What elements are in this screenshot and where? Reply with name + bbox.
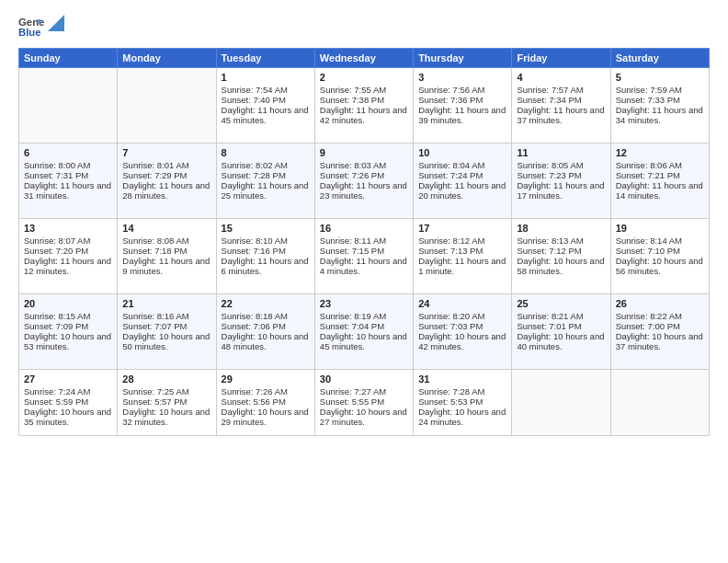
- calendar-cell: 28Sunrise: 7:25 AMSunset: 5:57 PMDayligh…: [118, 370, 216, 436]
- day-number: 19: [616, 223, 704, 234]
- weekday-header-row: SundayMondayTuesdayWednesdayThursdayFrid…: [19, 49, 710, 68]
- daylight-text: Daylight: 10 hours and 27 minutes.: [320, 407, 408, 427]
- calendar-cell: 30Sunrise: 7:27 AMSunset: 5:55 PMDayligh…: [314, 370, 413, 436]
- calendar-cell: [610, 370, 709, 436]
- sunrise-text: Sunrise: 7:54 AM: [222, 85, 310, 95]
- sunrise-text: Sunrise: 8:14 AM: [616, 236, 704, 246]
- calendar-cell: 19Sunrise: 8:14 AMSunset: 7:10 PMDayligh…: [610, 219, 709, 294]
- daylight-text: Daylight: 11 hours and 23 minutes.: [320, 180, 408, 201]
- calendar-cell: 9Sunrise: 8:03 AMSunset: 7:26 PMDaylight…: [314, 144, 413, 219]
- day-number: 21: [122, 298, 210, 309]
- calendar-cell: 16Sunrise: 8:11 AMSunset: 7:15 PMDayligh…: [314, 219, 413, 294]
- daylight-text: Daylight: 11 hours and 4 minutes.: [320, 256, 408, 276]
- sunset-text: Sunset: 5:55 PM: [320, 396, 408, 407]
- sunrise-text: Sunrise: 8:10 AM: [222, 236, 310, 246]
- day-number: 3: [418, 72, 506, 83]
- sunrise-text: Sunrise: 7:55 AM: [320, 85, 408, 95]
- day-number: 10: [418, 147, 506, 158]
- sunset-text: Sunset: 7:33 PM: [616, 95, 704, 105]
- calendar-cell: 20Sunrise: 8:15 AMSunset: 7:09 PMDayligh…: [19, 294, 118, 370]
- sunrise-text: Sunrise: 7:25 AM: [122, 386, 210, 396]
- daylight-text: Daylight: 11 hours and 17 minutes.: [517, 180, 605, 201]
- calendar-week-3: 13Sunrise: 8:07 AMSunset: 7:20 PMDayligh…: [19, 219, 710, 294]
- sunrise-text: Sunrise: 8:11 AM: [320, 236, 408, 246]
- daylight-text: Daylight: 11 hours and 6 minutes.: [222, 256, 310, 276]
- calendar-cell: 12Sunrise: 8:06 AMSunset: 7:21 PMDayligh…: [610, 144, 709, 219]
- header: General Blue: [18, 15, 710, 40]
- day-number: 31: [418, 373, 506, 385]
- sunrise-text: Sunrise: 8:08 AM: [122, 236, 210, 246]
- day-number: 26: [616, 298, 704, 309]
- sunrise-text: Sunrise: 8:16 AM: [122, 311, 210, 321]
- sunset-text: Sunset: 7:18 PM: [122, 246, 210, 256]
- sunrise-text: Sunrise: 8:03 AM: [320, 160, 408, 170]
- calendar-cell: 17Sunrise: 8:12 AMSunset: 7:13 PMDayligh…: [414, 219, 512, 294]
- sunset-text: Sunset: 7:01 PM: [517, 321, 605, 331]
- sunrise-text: Sunrise: 8:12 AM: [418, 236, 506, 246]
- sunset-text: Sunset: 7:20 PM: [24, 246, 112, 256]
- day-number: 2: [320, 72, 408, 83]
- daylight-text: Daylight: 11 hours and 39 minutes.: [418, 105, 506, 125]
- daylight-text: Daylight: 11 hours and 34 minutes.: [616, 105, 704, 125]
- calendar-cell: 5Sunrise: 7:59 AMSunset: 7:33 PMDaylight…: [610, 68, 709, 144]
- day-number: 24: [418, 298, 506, 309]
- sunset-text: Sunset: 7:06 PM: [222, 321, 310, 331]
- day-number: 22: [222, 298, 310, 309]
- sunrise-text: Sunrise: 8:06 AM: [616, 160, 704, 170]
- sunset-text: Sunset: 7:36 PM: [418, 95, 506, 105]
- calendar-cell: 4Sunrise: 7:57 AMSunset: 7:34 PMDaylight…: [512, 68, 610, 144]
- calendar-week-1: 1Sunrise: 7:54 AMSunset: 7:40 PMDaylight…: [19, 68, 710, 144]
- day-number: 9: [320, 147, 408, 158]
- weekday-header-sunday: Sunday: [19, 49, 118, 68]
- sunset-text: Sunset: 7:16 PM: [222, 246, 310, 256]
- calendar-cell: 8Sunrise: 8:02 AMSunset: 7:28 PMDaylight…: [216, 144, 314, 219]
- day-number: 29: [222, 373, 310, 385]
- daylight-text: Daylight: 11 hours and 20 minutes.: [418, 180, 506, 201]
- calendar-cell: 7Sunrise: 8:01 AMSunset: 7:29 PMDaylight…: [118, 144, 216, 219]
- daylight-text: Daylight: 10 hours and 56 minutes.: [616, 256, 704, 276]
- calendar-cell: 6Sunrise: 8:00 AMSunset: 7:31 PMDaylight…: [19, 144, 118, 219]
- day-number: 20: [24, 298, 112, 309]
- sunrise-text: Sunrise: 7:27 AM: [320, 386, 408, 396]
- day-number: 25: [517, 298, 605, 309]
- logo-triangle-icon: [48, 15, 64, 31]
- sunrise-text: Sunrise: 8:13 AM: [517, 236, 605, 246]
- sunset-text: Sunset: 7:24 PM: [418, 170, 506, 180]
- sunset-text: Sunset: 7:28 PM: [222, 170, 310, 180]
- sunset-text: Sunset: 7:23 PM: [517, 170, 605, 180]
- day-number: 28: [122, 373, 210, 385]
- sunrise-text: Sunrise: 8:20 AM: [418, 311, 506, 321]
- weekday-header-monday: Monday: [118, 49, 216, 68]
- sunset-text: Sunset: 7:40 PM: [222, 95, 310, 105]
- sunset-text: Sunset: 5:57 PM: [122, 396, 210, 407]
- daylight-text: Daylight: 10 hours and 50 minutes.: [122, 331, 210, 351]
- daylight-text: Daylight: 10 hours and 37 minutes.: [616, 331, 704, 351]
- sunset-text: Sunset: 7:04 PM: [320, 321, 408, 331]
- calendar-cell: 2Sunrise: 7:55 AMSunset: 7:38 PMDaylight…: [314, 68, 413, 144]
- daylight-text: Daylight: 11 hours and 25 minutes.: [222, 180, 310, 201]
- calendar-cell: 27Sunrise: 7:24 AMSunset: 5:59 PMDayligh…: [19, 370, 118, 436]
- day-number: 23: [320, 298, 408, 309]
- day-number: 14: [122, 223, 210, 234]
- sunset-text: Sunset: 5:59 PM: [24, 396, 112, 407]
- calendar-cell: 23Sunrise: 8:19 AMSunset: 7:04 PMDayligh…: [314, 294, 413, 370]
- daylight-text: Daylight: 10 hours and 24 minutes.: [418, 407, 506, 427]
- sunrise-text: Sunrise: 8:04 AM: [418, 160, 506, 170]
- sunrise-text: Sunrise: 7:56 AM: [418, 85, 506, 95]
- sunset-text: Sunset: 7:10 PM: [616, 246, 704, 256]
- daylight-text: Daylight: 10 hours and 29 minutes.: [222, 407, 310, 427]
- sunrise-text: Sunrise: 8:15 AM: [24, 311, 112, 321]
- sunrise-text: Sunrise: 8:18 AM: [222, 311, 310, 321]
- calendar-cell: 29Sunrise: 7:26 AMSunset: 5:56 PMDayligh…: [216, 370, 314, 436]
- sunrise-text: Sunrise: 8:22 AM: [616, 311, 704, 321]
- calendar-cell: 21Sunrise: 8:16 AMSunset: 7:07 PMDayligh…: [118, 294, 216, 370]
- daylight-text: Daylight: 10 hours and 35 minutes.: [24, 407, 112, 427]
- daylight-text: Daylight: 11 hours and 45 minutes.: [222, 105, 310, 125]
- day-number: 16: [320, 223, 408, 234]
- daylight-text: Daylight: 10 hours and 42 minutes.: [418, 331, 506, 351]
- sunrise-text: Sunrise: 8:02 AM: [222, 160, 310, 170]
- daylight-text: Daylight: 10 hours and 40 minutes.: [517, 331, 605, 351]
- sunset-text: Sunset: 5:56 PM: [222, 396, 310, 407]
- sunrise-text: Sunrise: 7:57 AM: [517, 85, 605, 95]
- day-number: 18: [517, 223, 605, 234]
